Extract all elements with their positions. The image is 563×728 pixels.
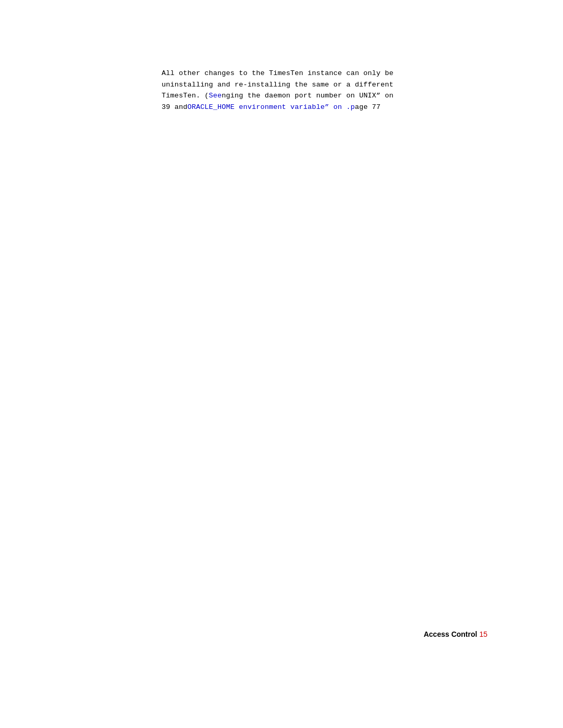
- footer-text: Access Control15: [424, 630, 487, 638]
- line2-text: uninstalling and re-installing the same …: [162, 81, 394, 89]
- link-oracle-home[interactable]: ORACLE_HOME environment variable” on .: [187, 103, 350, 111]
- content-area: All other changes to the TimesTen instan…: [162, 68, 454, 113]
- footer-area: Access Control15: [424, 630, 487, 639]
- page: All other changes to the TimesTen instan…: [0, 0, 563, 728]
- paragraph: All other changes to the TimesTen instan…: [162, 68, 454, 113]
- line4-end: age 77: [355, 103, 381, 111]
- line1-text: All other changes to the TimesTen instan…: [162, 69, 394, 77]
- line3-text: TimesTen. (Seenging the daemon port numb…: [162, 92, 394, 100]
- link-page[interactable]: p: [350, 103, 354, 111]
- line4-text: 39 andORACLE_HOME environment variable” …: [162, 103, 381, 111]
- line3-middle: nging the daemon port number on UNIX” on: [222, 92, 393, 100]
- page-number: 15: [479, 630, 487, 638]
- link-see[interactable]: See: [209, 92, 222, 100]
- footer-label: Access Control: [424, 630, 478, 638]
